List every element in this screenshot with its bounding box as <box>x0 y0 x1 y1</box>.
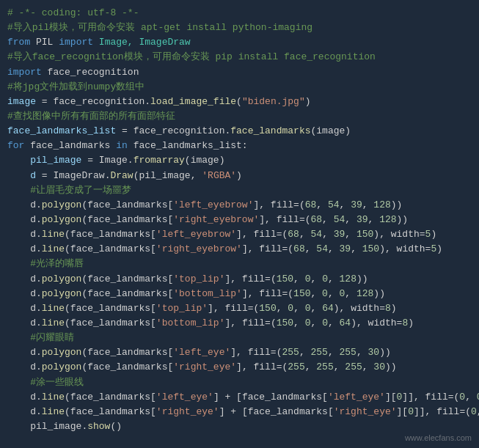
code-token: 'bottom_lip' <box>156 317 225 328</box>
code-token: line <box>42 317 65 328</box>
code-token: , <box>328 288 340 299</box>
code-token: (face_landmarks[ <box>65 303 156 314</box>
code-token: 'right_eye' <box>334 406 397 417</box>
code-token: 'bottom_lip' <box>173 288 242 299</box>
code-token: 64 <box>340 317 351 328</box>
code-token: , <box>277 303 288 314</box>
code-token: = Image. <box>81 155 133 166</box>
code-token: ) <box>305 96 311 107</box>
code-line: # -*- coding: utf-8 -*- <box>7 6 472 21</box>
code-token: 255 <box>282 347 299 358</box>
code-token: ], fill=( <box>242 288 293 299</box>
code-token: (face_landmarks[ <box>81 214 173 225</box>
code-token: ], fill=( <box>230 347 282 358</box>
code-line: #闪耀眼睛 <box>7 331 472 345</box>
code-token: () <box>110 421 122 432</box>
code-token: face_recognition <box>42 67 139 78</box>
code-line: image = face_recognition.load_image_file… <box>7 95 472 109</box>
code-token: pil_image <box>7 155 81 166</box>
code-token: 0 <box>471 406 477 417</box>
code-token: ], fill=( <box>242 243 293 254</box>
code-token: 68 <box>288 229 299 240</box>
code-token: line <box>42 392 65 403</box>
code-token: 0 <box>322 273 328 284</box>
code-token: ], fill=( <box>224 273 276 284</box>
code-token: (face_landmarks[ <box>81 361 173 372</box>
code-token: ) <box>408 317 414 328</box>
code-token: 54 <box>316 243 328 254</box>
code-token: 0 <box>408 406 414 417</box>
code-token: 255 <box>345 361 362 372</box>
code-token: face_landmarks <box>230 125 310 136</box>
code-token: 0 <box>322 317 328 328</box>
code-token: , <box>299 229 311 240</box>
code-token: d. <box>7 406 42 417</box>
code-token: d. <box>7 229 42 240</box>
code-token: show <box>87 421 110 432</box>
code-line: #导入face_recognition模块，可用命令安装 pip install… <box>7 50 472 65</box>
code-token: 0 <box>322 288 328 299</box>
code-token: ] + [face_landmarks[ <box>213 392 328 403</box>
code-token: d. <box>7 317 42 328</box>
code-line: d.polygon(face_landmarks['right_eye'], f… <box>7 360 472 375</box>
code-token: ) <box>391 303 397 314</box>
code-token: 39 <box>351 199 362 210</box>
code-token: 255 <box>340 347 356 358</box>
code-token: = face_recognition. <box>36 96 150 107</box>
code-token: d. <box>7 214 42 225</box>
code-token: ) <box>431 229 436 240</box>
code-line: #查找图像中所有有面部的所有面部特征 <box>7 109 472 124</box>
code-line: d.line(face_landmarks['left_eye'] + [fac… <box>7 390 472 405</box>
code-token: = face_recognition. <box>116 125 230 136</box>
code-token: 39 <box>334 229 345 240</box>
code-token: d. <box>7 288 42 299</box>
code-line: #将jpg文件加载到numpy数组中 <box>7 80 472 95</box>
code-token: 'left_eyebrow' <box>156 229 236 240</box>
code-token: face_landmarks_list <box>7 125 116 136</box>
code-token: fromarray <box>134 155 185 166</box>
code-token: polygon <box>42 347 82 358</box>
code-token: (image) <box>310 125 351 136</box>
code-token: ]], fill=( <box>414 406 471 417</box>
code-token: , <box>465 392 477 403</box>
code-token: 'top_lip' <box>156 303 208 314</box>
code-token: for <box>7 140 24 151</box>
code-token: (face_landmarks[ <box>65 317 156 328</box>
code-token: )) <box>373 288 385 299</box>
code-token: 8 <box>385 303 391 314</box>
code-token: d. <box>7 361 42 372</box>
code-token: ( <box>236 96 242 107</box>
code-line: pil_image.show() <box>7 419 472 434</box>
code-line: face_landmarks_list = face_recognition.f… <box>7 124 472 139</box>
code-token: )) <box>391 199 403 210</box>
code-token: ) <box>236 170 242 181</box>
code-token: 128 <box>356 288 373 299</box>
code-line: d.polygon(face_landmarks['top_lip'], fil… <box>7 272 472 287</box>
code-token: 'RGBA' <box>202 170 236 181</box>
code-token: #导入face_recognition模块，可用命令安装 pip install… <box>7 51 376 62</box>
code-token: 'left_eyebrow' <box>173 199 253 210</box>
code-token: 0 <box>288 303 293 314</box>
code-token: line <box>42 406 65 417</box>
code-token: #导入pil模块，可用命令安装 apt-get install python-i… <box>7 22 312 33</box>
code-token: 54 <box>311 229 323 240</box>
code-token: d. <box>7 273 42 284</box>
code-token: 150 <box>362 243 379 254</box>
code-token: (face_landmarks[ <box>81 288 173 299</box>
code-token: face_landmarks_list: <box>128 140 248 151</box>
code-token: 54 <box>334 214 345 225</box>
code-token: "biden.jpg" <box>242 96 305 107</box>
code-token: 39 <box>356 214 368 225</box>
code-token: (face_landmarks[ <box>65 392 156 403</box>
code-line: d.polygon(face_landmarks['right_eyebrow'… <box>7 213 472 227</box>
code-token: 68 <box>311 214 323 225</box>
code-token: ], fill=( <box>224 317 276 328</box>
code-token: , <box>334 361 345 372</box>
code-token: , <box>293 273 305 284</box>
code-line: d.polygon(face_landmarks['left_eye'], fi… <box>7 345 472 360</box>
code-token: line <box>42 229 65 240</box>
code-token: , <box>368 214 380 225</box>
code-token: 64 <box>322 303 334 314</box>
code-token: import <box>7 67 42 78</box>
code-line: d.line(face_landmarks['top_lip'], fill=(… <box>7 301 472 316</box>
